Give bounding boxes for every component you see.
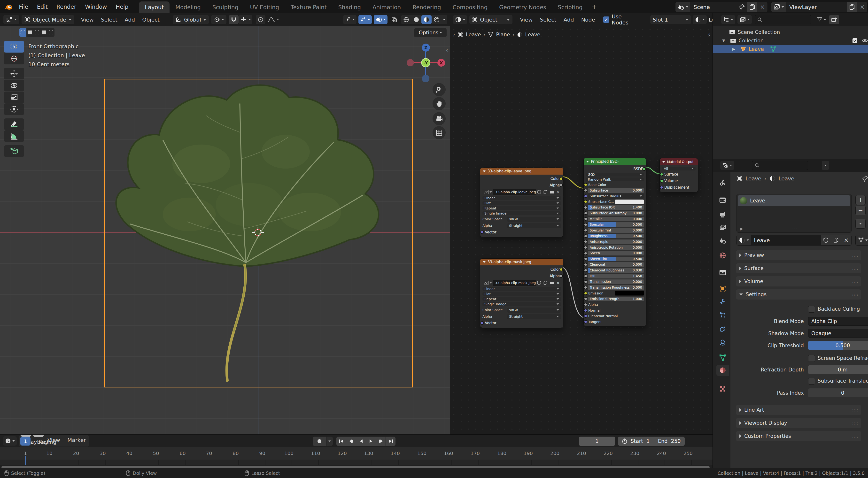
auto-key-record-button[interactable] [313, 437, 326, 446]
outliner[interactable]: Scene Collection ▼ Collection ▶ Leave [713, 13, 868, 159]
shader-menu-item[interactable]: Node [578, 17, 599, 23]
value-slider[interactable]: Emission Strength 1.000 [588, 297, 644, 301]
pivot-point-dropdown[interactable] [211, 15, 226, 24]
projection-dropdown[interactable]: Flat [483, 201, 561, 205]
toggle-ortho-button[interactable] [433, 126, 445, 139]
outliner-filter-dropdown[interactable] [815, 15, 828, 24]
bsdf-input-row[interactable]: Clearcoat Roughness Clearcoat Roughness … [586, 268, 644, 273]
timeline-menu-item[interactable]: Keying [33, 435, 44, 447]
backface-culling-checkbox[interactable] [808, 306, 815, 313]
input-socket[interactable] [584, 257, 587, 260]
select-mode-invert-button[interactable] [40, 28, 48, 37]
add-slot-button[interactable]: + [856, 195, 866, 205]
jump-to-end-button[interactable] [386, 437, 396, 446]
unlink-image-icon[interactable]: × [555, 280, 561, 286]
shader-type-dropdown[interactable]: Object [469, 15, 513, 24]
input-volume[interactable]: Volume [662, 178, 695, 184]
pan-button[interactable] [433, 97, 445, 110]
current-frame-marker[interactable]: 1 [20, 437, 31, 446]
output-alpha[interactable]: Alpha [483, 183, 561, 188]
section-surface[interactable]: Surface:::: [736, 263, 861, 274]
exclude-checkbox[interactable] [852, 38, 858, 43]
tool-move[interactable] [4, 68, 24, 79]
use-nodes-toggle-button[interactable] [856, 235, 868, 246]
refraction-depth-field[interactable]: 0 m [808, 365, 868, 374]
workspace-tab[interactable]: Modeling [169, 1, 207, 13]
subsurface-method-dropdown[interactable]: Random Walk [586, 178, 644, 181]
view-layer-name[interactable]: ViewLayer [786, 2, 847, 12]
output-alpha[interactable]: Alpha [483, 274, 561, 279]
workspace-tab[interactable]: Rendering [407, 1, 446, 13]
proportional-editing-toggle[interactable] [256, 15, 266, 24]
color-swatch[interactable] [615, 291, 644, 296]
tab-particles[interactable] [716, 310, 729, 321]
jump-prev-keyframe-button[interactable] [346, 437, 356, 446]
properties-editor[interactable]: Leave › Leave Leave ▶ ···· + − [713, 159, 868, 468]
input-socket[interactable] [584, 263, 587, 266]
blender-logo-icon[interactable] [4, 3, 13, 11]
tab-render[interactable] [716, 195, 729, 206]
subsurface-translucency-checkbox[interactable] [808, 378, 815, 385]
timeline[interactable]: PlaybackKeyingViewMarker 1 Start1 End250 [0, 435, 713, 468]
extension-dropdown[interactable]: Repeat [483, 297, 561, 301]
tab-modifiers[interactable] [716, 296, 729, 307]
select-mode-subtract-button[interactable] [33, 28, 40, 37]
remove-slot-button[interactable]: − [856, 205, 866, 215]
color-space-dropdown[interactable]: sRGB [507, 308, 561, 313]
input-socket[interactable] [584, 246, 587, 249]
jump-next-keyframe-button[interactable] [376, 437, 385, 446]
bsdf-input-row[interactable]: Transmission Transmission 0.000 Transmis… [586, 280, 644, 284]
value-slider[interactable]: Specular Tint 0.000 [588, 228, 644, 233]
copy-datablock-icon[interactable] [542, 280, 549, 286]
gizmo-y-axis[interactable]: -Y [421, 58, 430, 67]
tool-rotate[interactable] [4, 79, 24, 91]
tab-physics[interactable] [716, 323, 729, 334]
outliner-display-mode-dropdown[interactable] [738, 15, 752, 24]
shading-wireframe-icon[interactable] [401, 17, 411, 23]
view-layer-icon[interactable] [771, 2, 786, 12]
unlink-scene-icon[interactable]: × [757, 2, 768, 12]
input-socket[interactable] [584, 309, 587, 312]
bsdf-input-row[interactable]: Emission Emission Emission Emission [586, 291, 644, 295]
bsdf-input-row[interactable]: Transmission Roughness Transmission Roug… [586, 285, 644, 290]
copy-material-icon[interactable] [831, 235, 841, 245]
source-dropdown[interactable]: Single Image [483, 302, 561, 306]
workspace-tab[interactable]: Sculpting [207, 1, 244, 13]
input-socket[interactable] [584, 252, 587, 255]
node-header[interactable]: 33-alpha-clip-mask.jpeg [480, 259, 563, 265]
target-dropdown[interactable]: All [662, 167, 695, 170]
input-vector[interactable]: Vector [483, 320, 561, 326]
workspace-tab[interactable]: Animation [367, 1, 407, 13]
value-slider[interactable]: Subsurface Anisotropy 0.000 [588, 211, 644, 216]
source-dropdown[interactable]: Single Image [483, 212, 561, 215]
distribution-dropdown[interactable]: GGX [586, 173, 644, 177]
input-socket[interactable] [584, 268, 587, 272]
shader-menu-item[interactable]: Add [560, 17, 578, 23]
playhead-line[interactable] [25, 456, 26, 465]
breadcrumb-material[interactable]: Leave [778, 176, 794, 182]
scene-name[interactable]: Scene [690, 2, 737, 12]
clip-threshold-slider[interactable]: 0.500 [808, 341, 868, 350]
value-dropdown[interactable]: Subsurface Radius [588, 193, 644, 198]
outliner-row-scene-collection[interactable]: Scene Collection [713, 28, 868, 36]
shading-solid-icon[interactable] [411, 17, 422, 23]
shader-editor[interactable]: Object ViewSelectAddNode ✓ Use Nodes Slo… [450, 13, 713, 435]
shading-material-preview-icon[interactable] [422, 15, 432, 24]
input-socket[interactable] [584, 189, 587, 192]
section-viewport-display[interactable]: Viewport Display:::: [736, 418, 861, 428]
workspace-tab[interactable]: Compositing [447, 1, 493, 13]
show-gizmo-dropdown[interactable] [343, 15, 356, 24]
image-name[interactable]: 33-alpha-clip-leave.jpeg [493, 189, 536, 195]
timeline-menu-item[interactable]: View [44, 435, 64, 445]
bsdf-input-row[interactable]: Clearcoat Clearcoat 0.000 Clearcoat Clea… [586, 262, 644, 267]
editor-type-viewport-icon[interactable] [3, 15, 19, 24]
gizmo-toggle[interactable] [359, 15, 372, 24]
workspace-tab[interactable]: Geometry Nodes [493, 1, 552, 13]
workspace-tab[interactable]: Shading [333, 1, 367, 13]
bsdf-input-row[interactable]: Sheen Tint Sheen Tint 0.500 Sheen Tint S… [586, 257, 644, 261]
section-settings[interactable]: Settings:::: [736, 289, 861, 299]
alpha-mode-dropdown[interactable]: Straight [507, 223, 561, 228]
bsdf-input-row[interactable]: Normal Normal Normal Normal [586, 308, 644, 313]
bsdf-input-row[interactable]: Tangent Tangent Tangent Tangent [586, 319, 644, 324]
bsdf-input-row[interactable]: IOR IOR 1.450 IOR IOR [586, 274, 644, 279]
